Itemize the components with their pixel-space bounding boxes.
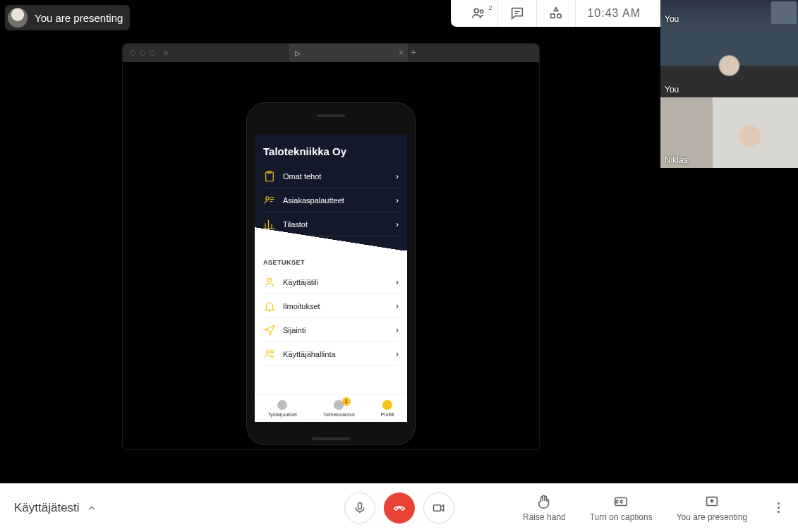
clock: 10:43 AM — [576, 0, 652, 27]
tab-assignments[interactable]: 1 Toimeksiannot — [323, 400, 355, 417]
feedback-icon — [263, 194, 276, 207]
meeting-name-button[interactable]: Käyttäjätesti — [14, 501, 97, 515]
svg-rect-10 — [358, 502, 361, 509]
play-icon: ▷ — [295, 49, 301, 57]
right-actions: Raise hand Turn on captions You are pres… — [523, 494, 785, 522]
tab-label: Työtarjoukset — [267, 412, 297, 417]
settings-item-notifications[interactable]: Ilmoitukset › — [263, 294, 399, 318]
menu-item-feedback[interactable]: Asiakaspalautteet › — [263, 188, 399, 212]
zoom-dot-icon — [150, 50, 155, 56]
more-options-button[interactable] — [771, 501, 785, 515]
action-label: You are presenting — [677, 512, 747, 522]
tile-label: You — [665, 85, 679, 95]
close-icon[interactable]: × — [399, 48, 404, 58]
camera-button[interactable] — [423, 492, 454, 524]
app-title: Talotekniikka Oy — [263, 145, 399, 157]
chevron-right-icon: › — [396, 195, 399, 205]
tab-offers[interactable]: Työtarjoukset — [267, 400, 297, 417]
tab-dot-icon — [277, 400, 287, 410]
self-pip — [771, 1, 797, 24]
hand-icon — [536, 494, 552, 509]
users-icon — [263, 348, 276, 361]
dot-icon — [778, 507, 780, 509]
action-label: Turn on captions — [590, 512, 653, 522]
user-icon — [263, 276, 276, 289]
presenting-indicator: You are presenting — [5, 5, 130, 30]
tab-label: Profiili — [381, 412, 394, 417]
participant-tile[interactable]: Niklas — [660, 97, 798, 168]
phone-speaker — [317, 114, 345, 117]
tab-dot-icon — [382, 400, 392, 410]
location-icon — [263, 324, 276, 337]
captions-button[interactable]: Turn on captions — [590, 494, 653, 522]
svg-point-1 — [480, 10, 483, 13]
action-label: Raise hand — [523, 512, 566, 522]
traffic-lights — [130, 50, 155, 56]
chevron-right-icon: › — [396, 171, 399, 181]
new-tab-button[interactable]: + — [411, 47, 416, 58]
hangup-button[interactable] — [384, 492, 415, 524]
tile-label: You — [665, 14, 679, 24]
menu-item-performance[interactable]: Omat tehot › — [263, 164, 399, 188]
tab-profile[interactable]: Profiili — [381, 400, 394, 417]
clipboard-icon — [263, 170, 276, 183]
settings-item-account[interactable]: Käyttäjätili › — [263, 270, 399, 294]
dot-icon — [778, 502, 780, 504]
close-dot-icon — [130, 50, 135, 56]
participant-tile[interactable]: You — [660, 27, 798, 97]
raise-hand-button[interactable]: Raise hand — [523, 494, 566, 522]
chevron-right-icon: › — [396, 325, 399, 335]
presenting-label: You are presenting — [35, 12, 123, 24]
call-controls — [344, 492, 454, 524]
diagonal-divider — [255, 227, 407, 251]
menu-label: Omat tehot — [283, 172, 321, 181]
bottom-tabbar: Työtarjoukset 1 Toimeksiannot Profiili — [255, 394, 407, 422]
people-button[interactable]: 2 — [459, 0, 498, 27]
svg-point-9 — [271, 350, 274, 353]
chat-button[interactable] — [498, 0, 537, 27]
participant-thumbnails: You You Niklas — [660, 0, 798, 168]
captions-icon — [613, 494, 629, 509]
tile-label: Niklas — [665, 155, 688, 165]
video-stage: You are presenting 2 10:43 AM You You Ni… — [0, 0, 798, 483]
activities-button[interactable] — [537, 0, 576, 27]
figma-icon: ⌗ — [164, 49, 168, 58]
settings-item-user-mgmt[interactable]: Käyttäjähallinta › — [263, 342, 399, 366]
bottom-bar: Käyttäjätesti Raise hand Turn on caption… — [0, 483, 798, 532]
people-count: 2 — [488, 4, 492, 11]
chat-icon — [509, 6, 525, 21]
dot-icon — [778, 511, 780, 513]
tab-badge: 1 — [342, 397, 351, 406]
svg-point-7 — [267, 278, 271, 282]
time-label: 10:43 AM — [587, 7, 641, 20]
phone-hangup-icon — [392, 501, 406, 515]
window-chrome: ⌗ ▷ × + — [123, 44, 539, 62]
mic-button[interactable] — [344, 492, 375, 524]
svg-point-3 — [557, 14, 562, 18]
settings-label: Käyttäjähallinta — [283, 350, 336, 358]
present-button[interactable]: You are presenting — [677, 494, 747, 522]
bell-icon — [263, 300, 276, 313]
browser-tab[interactable]: ▷ × — [289, 44, 408, 62]
settings-label: Käyttäjätili — [283, 278, 318, 286]
menu-label: Asiakaspalautteet — [283, 196, 344, 205]
participant-tile[interactable]: You — [660, 0, 798, 27]
top-toolbar: 2 10:43 AM — [451, 0, 660, 27]
phone-home-bar — [312, 437, 350, 440]
minimize-dot-icon — [140, 50, 145, 56]
mic-icon — [353, 501, 367, 515]
tab-label: Toimeksiannot — [323, 412, 355, 417]
settings-item-location[interactable]: Sijainti › — [263, 318, 399, 342]
svg-point-6 — [266, 196, 270, 200]
settings-heading: ASETUKSET — [255, 250, 407, 270]
shapes-icon — [548, 6, 564, 21]
camera-icon — [432, 501, 446, 515]
phone-mockup: Talotekniikka Oy Omat tehot › Asiakaspal… — [247, 103, 415, 445]
chevron-right-icon: › — [396, 277, 399, 287]
people-icon — [471, 6, 486, 21]
chevron-right-icon: › — [396, 349, 399, 359]
svg-point-0 — [475, 8, 479, 13]
app-header-section: Talotekniikka Oy Omat tehot › Asiakaspal… — [255, 134, 407, 250]
settings-label: Ilmoitukset — [283, 302, 320, 310]
svg-rect-2 — [551, 14, 555, 18]
